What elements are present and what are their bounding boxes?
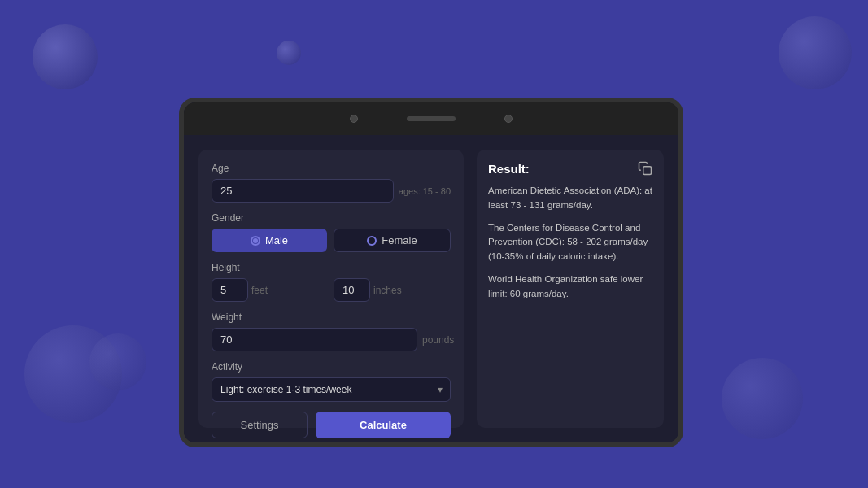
gender-row: Male Female xyxy=(212,229,451,252)
bubble-decoration-3 xyxy=(779,16,852,89)
result-cdc-text: The Centers for Disease Control and Prev… xyxy=(488,221,652,264)
age-hint: ages: 15 - 80 xyxy=(399,186,451,196)
height-field-group: Height feet inches xyxy=(212,262,451,302)
result-body: American Dietetic Association (ADA): at … xyxy=(488,184,652,302)
height-label: Height xyxy=(212,262,451,273)
result-header: Result: xyxy=(488,161,652,176)
weight-row: pounds xyxy=(212,328,451,351)
result-title: Result: xyxy=(488,162,530,176)
height-feet-input[interactable] xyxy=(212,278,248,302)
bubble-decoration-6 xyxy=(722,358,803,439)
activity-field-group: Activity Sedentary: little or no exercis… xyxy=(212,361,451,402)
height-row: feet inches xyxy=(212,278,451,302)
tablet-content: Age ages: 15 - 80 Gender Male Female xyxy=(184,135,678,442)
age-field-group: Age ages: 15 - 80 xyxy=(212,163,451,203)
result-who-text: World Health Organization safe lower lim… xyxy=(488,272,652,302)
settings-button[interactable]: Settings xyxy=(212,412,308,438)
gender-male-option[interactable]: Male xyxy=(212,229,327,252)
radio-dot-female xyxy=(367,236,377,246)
age-input[interactable] xyxy=(212,179,394,203)
weight-label: Weight xyxy=(212,312,451,323)
speaker-decoration xyxy=(407,116,456,121)
height-feet-group: feet xyxy=(212,278,329,302)
bubble-decoration-5 xyxy=(89,333,146,390)
svg-rect-0 xyxy=(643,167,652,175)
feet-unit-label: feet xyxy=(251,285,280,296)
result-panel: Result: American Dietetic Association (A… xyxy=(477,150,664,428)
tablet-top-bar xyxy=(184,102,678,135)
camera-icon-right xyxy=(504,115,513,123)
form-panel: Age ages: 15 - 80 Gender Male Female xyxy=(198,150,464,428)
result-ada-text: American Dietetic Association (ADA): at … xyxy=(488,184,652,213)
height-inches-input[interactable] xyxy=(334,278,370,302)
gender-female-label: Female xyxy=(382,234,417,246)
tablet-frame: Age ages: 15 - 80 Gender Male Female xyxy=(179,98,683,447)
camera-icon xyxy=(350,115,358,123)
bubble-decoration-1 xyxy=(33,24,98,89)
radio-dot-male xyxy=(251,236,260,246)
weight-input[interactable] xyxy=(212,328,417,351)
activity-select-wrapper: Sedentary: little or no exercise Light: … xyxy=(212,377,451,402)
bubble-decoration-2 xyxy=(277,41,301,65)
gender-male-label: Male xyxy=(265,234,288,246)
age-row: ages: 15 - 80 xyxy=(212,179,451,203)
weight-field-group: Weight pounds xyxy=(212,312,451,351)
gender-female-option[interactable]: Female xyxy=(334,229,451,252)
gender-field-group: Gender Male Female xyxy=(212,212,451,252)
age-label: Age xyxy=(212,163,451,174)
button-row: Settings Calculate xyxy=(212,412,451,438)
copy-icon[interactable] xyxy=(638,161,652,176)
height-inches-group: inches xyxy=(334,278,451,302)
inches-unit-label: inches xyxy=(373,285,402,296)
activity-select[interactable]: Sedentary: little or no exercise Light: … xyxy=(212,377,451,402)
gender-label: Gender xyxy=(212,212,451,224)
pounds-unit-label: pounds xyxy=(422,334,451,346)
calculate-button[interactable]: Calculate xyxy=(316,412,451,438)
activity-label: Activity xyxy=(212,361,451,373)
